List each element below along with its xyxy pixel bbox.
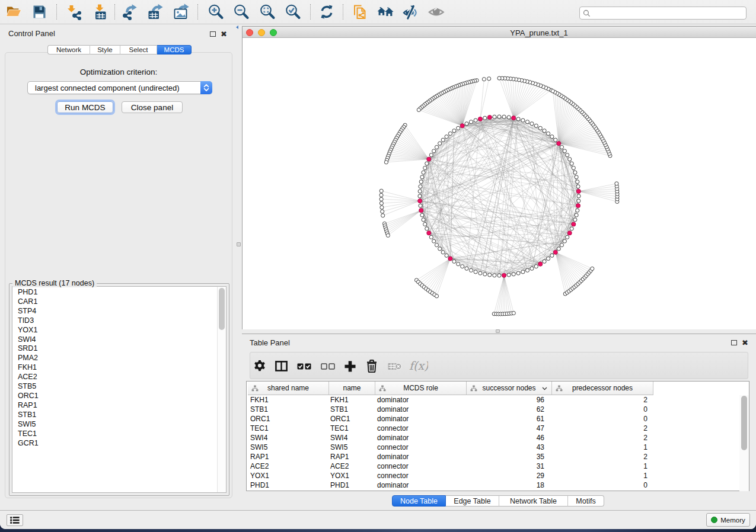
float-panel-icon[interactable]	[731, 340, 737, 345]
scrollbar-thumb[interactable]	[219, 288, 225, 330]
vertical-splitter[interactable]	[235, 24, 242, 510]
table-body: FKH1FKH1dominator962STB1STB1dominator620…	[247, 395, 740, 491]
result-node-item[interactable]: CAR1	[18, 297, 226, 307]
open-folder-button[interactable]	[5, 3, 23, 21]
deselect-all-rows-button[interactable]	[318, 352, 337, 380]
table-row[interactable]: YOX1YOX1connector291	[247, 471, 740, 480]
export-image-button[interactable]	[172, 3, 190, 21]
new-network-from-selection-button[interactable]	[350, 3, 368, 21]
main-toolbar	[0, 0, 756, 24]
result-node-item[interactable]: TID3	[18, 316, 226, 326]
window-zoom-light[interactable]	[270, 29, 277, 36]
result-node-item[interactable]: FKH1	[18, 363, 226, 373]
close-panel-icon[interactable]: ✖	[221, 31, 227, 37]
delete-columns-button[interactable]	[362, 352, 381, 380]
splitter-handle[interactable]	[496, 329, 500, 333]
table-row[interactable]: SWI4SWI4dominator462	[247, 433, 740, 443]
result-node-item[interactable]: PMA2	[18, 354, 226, 363]
column-header-predecessor-nodes[interactable]: predecessor nodes	[552, 382, 653, 395]
network-canvas[interactable]	[243, 38, 756, 329]
tab-style[interactable]: Style	[90, 45, 120, 55]
tab-mcds[interactable]: MCDS	[157, 45, 192, 55]
result-node-item[interactable]: STP4	[18, 307, 226, 316]
result-node-item[interactable]: SWI4	[18, 335, 226, 345]
criterion-value: largest connected component (undirected)	[28, 84, 180, 92]
result-node-item[interactable]: PHD1	[18, 288, 226, 297]
float-panel-icon[interactable]	[210, 31, 216, 37]
export-table-button[interactable]	[146, 3, 164, 21]
hierarchy-icon	[379, 385, 386, 392]
table-row[interactable]: PHD1PHD1dominator180	[247, 480, 740, 490]
close-panel-button[interactable]: Close panel	[122, 101, 183, 113]
import-network-button[interactable]	[65, 3, 82, 21]
table-row[interactable]: ACE2ACE2connector311	[247, 462, 740, 471]
result-node-item[interactable]: SWI5	[18, 420, 226, 430]
table-panel: Table Panel ✖ f(x) shared namename MCDS …	[242, 334, 756, 510]
search-field[interactable]	[579, 7, 747, 20]
run-mcds-button[interactable]: Run MCDS	[57, 101, 113, 113]
column-header-name[interactable]: name	[329, 382, 375, 395]
close-panel-icon[interactable]: ✖	[742, 340, 748, 345]
column-header-successor-nodes[interactable]: successor nodes	[467, 382, 552, 395]
import-table-button[interactable]	[90, 3, 107, 21]
table-toolbar: f(x)	[250, 352, 748, 379]
zoom-selected-button[interactable]	[284, 3, 302, 21]
criterion-dropdown[interactable]: largest connected component (undirected)	[27, 81, 212, 94]
tab-select[interactable]: Select	[120, 45, 157, 55]
save-session-button[interactable]	[30, 3, 48, 21]
export-network-button[interactable]	[121, 3, 139, 21]
tab-network[interactable]: Network	[47, 45, 90, 55]
memory-status-icon	[711, 517, 717, 523]
task-history-button[interactable]	[7, 514, 23, 526]
hide-selected-button[interactable]	[402, 3, 420, 21]
table-row[interactable]: TEC1TEC1connector472	[247, 424, 740, 433]
refresh-layout-button[interactable]	[318, 3, 336, 21]
result-node-item[interactable]: SRD1	[18, 344, 226, 354]
column-header-shared-name[interactable]: shared name	[248, 382, 329, 395]
memory-button[interactable]: Memory	[706, 513, 750, 527]
cell-name: ACE2	[328, 462, 374, 471]
table-tab-node-table[interactable]: Node Table	[392, 495, 446, 507]
show-all-networks-button[interactable]	[377, 3, 394, 21]
result-node-item[interactable]: GCR1	[18, 439, 226, 448]
add-column-icon	[344, 361, 356, 372]
splitter-handle[interactable]	[237, 242, 241, 246]
table-tab-motifs[interactable]: Motifs	[568, 495, 604, 507]
result-node-item[interactable]: TEC1	[18, 430, 226, 439]
table-row[interactable]: STB1STB1dominator620	[247, 405, 740, 414]
split-view-button[interactable]	[272, 352, 291, 380]
mcds-result-list[interactable]: PHD1CAR1STP4TID3YOX1SWI4SRD1PMA2FKH1ACE2…	[12, 286, 227, 493]
function-builder-button: f(x)	[409, 352, 428, 380]
column-header-MCDS-role[interactable]: MCDS role	[375, 382, 467, 395]
cell-predecessor-nodes: 1	[551, 471, 652, 480]
add-column-button[interactable]	[340, 352, 359, 380]
horizontal-splitter[interactable]	[242, 329, 756, 334]
result-node-item[interactable]: RAP1	[18, 401, 226, 411]
result-node-item[interactable]: YOX1	[18, 326, 226, 335]
control-panel-tabs: NetworkStyleSelectMCDS	[47, 45, 192, 55]
column-settings-button[interactable]	[250, 352, 269, 380]
network-window-titlebar[interactable]: YPA_prune.txt_1	[243, 27, 756, 38]
table-tab-network-table[interactable]: Network Table	[499, 495, 568, 507]
result-node-item[interactable]: ORC1	[18, 392, 226, 401]
splitter-collapse-icon[interactable]	[236, 25, 238, 29]
table-tab-edge-table[interactable]: Edge Table	[446, 495, 499, 507]
table-row[interactable]: FKH1FKH1dominator962	[247, 395, 740, 405]
result-node-item[interactable]: STB1	[18, 411, 226, 420]
zoom-in-button[interactable]	[207, 3, 225, 21]
result-list-scrollbar[interactable]	[217, 287, 226, 492]
scrollbar-thumb[interactable]	[741, 396, 747, 450]
table-row[interactable]: ORC1ORC1dominator610	[247, 414, 740, 424]
column-label: predecessor nodes	[572, 384, 633, 392]
select-all-rows-button[interactable]	[295, 352, 314, 380]
zoom-out-button[interactable]	[232, 3, 250, 21]
window-minimize-light[interactable]	[258, 29, 265, 36]
result-node-item[interactable]: ACE2	[18, 373, 226, 382]
zoom-fit-button[interactable]	[259, 3, 276, 21]
table-row[interactable]: SWI5SWI5connector431	[247, 443, 740, 452]
window-close-light[interactable]	[246, 29, 253, 36]
table-scrollbar[interactable]	[739, 395, 749, 491]
show-selected-button[interactable]	[428, 3, 445, 21]
table-row[interactable]: RAP1RAP1dominator352	[247, 452, 740, 462]
result-node-item[interactable]: STB5	[18, 382, 226, 392]
